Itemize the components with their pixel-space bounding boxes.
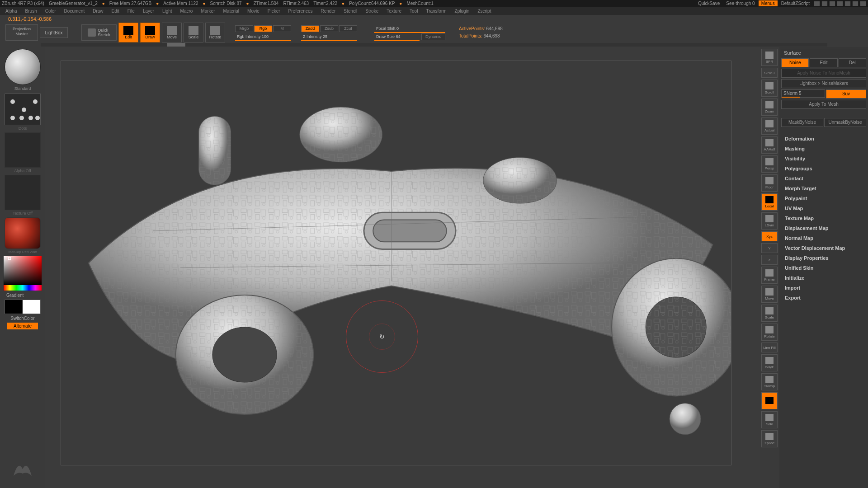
section-export[interactable]: Export — [781, 293, 866, 303]
xpose-button[interactable]: Xpose — [761, 430, 778, 447]
gradient-toggle[interactable]: Gradient — [0, 293, 24, 298]
menu-tool[interactable]: Tool — [410, 9, 418, 14]
alternate-button[interactable]: Alternate — [7, 323, 38, 329]
menu-layer[interactable]: Layer — [143, 9, 154, 14]
maximize-icon[interactable] — [852, 1, 859, 6]
section-masking[interactable]: Masking — [781, 144, 866, 154]
menus-toggle[interactable]: Menus — [759, 0, 778, 6]
color-swatches[interactable] — [5, 300, 41, 314]
focal-shift-slider[interactable]: Focal Shift 0 — [374, 25, 445, 32]
menu-edit[interactable]: Edit — [112, 9, 119, 14]
mask-by-noise-button[interactable]: MaskByNoise — [781, 118, 823, 127]
snorm-slider[interactable]: SNorm 5 — [781, 89, 825, 98]
section-normal-map[interactable]: Normal Map — [781, 233, 866, 243]
section-morph-target[interactable]: Morph Target — [781, 183, 866, 193]
menu-zscript[interactable]: Zscript — [477, 9, 491, 14]
menu-color[interactable]: Color — [45, 9, 56, 14]
rotate-mode-button[interactable]: Rotate — [205, 23, 225, 42]
section-uv-map[interactable]: UV Map — [781, 203, 866, 213]
dynamic-toggle[interactable]: Dynamic — [421, 33, 445, 40]
apply-noise-nanomesh-button[interactable]: Apply Noise To NanoMesh — [781, 69, 866, 78]
edit-mode-button[interactable]: Edit — [118, 23, 138, 42]
section-contact[interactable]: Contact — [781, 174, 866, 183]
brush-selector[interactable] — [5, 49, 41, 85]
texture-selector[interactable] — [5, 175, 41, 210]
lsym-button[interactable]: LSym — [761, 212, 778, 230]
z-intensity-slider[interactable]: Z Intensity 25 — [301, 33, 357, 40]
move-mode-button[interactable]: Move — [162, 23, 182, 42]
scale-nav-button[interactable]: Scale — [761, 305, 778, 322]
persp-button[interactable]: Persp — [761, 155, 778, 173]
xyz-button[interactable]: Xyz — [761, 231, 778, 241]
window-icon-2[interactable] — [829, 1, 835, 6]
apply-to-mesh-button[interactable]: Apply To Mesh — [781, 100, 866, 109]
default-zscript-button[interactable]: DefaultZScript — [778, 0, 812, 6]
section-unified-skin[interactable]: Unified Skin — [781, 263, 866, 273]
section-polygroups[interactable]: Polygroups — [781, 164, 866, 174]
projection-master-button[interactable]: Projection Master — [5, 24, 38, 41]
menu-transform[interactable]: Transform — [426, 9, 446, 14]
menu-marker[interactable]: Marker — [201, 9, 215, 14]
section-displacement-map[interactable]: Displacement Map — [781, 223, 866, 233]
section-visibility[interactable]: Visibility — [781, 154, 866, 164]
aahalf-button[interactable]: AAHalf — [761, 136, 778, 154]
menu-macro[interactable]: Macro — [180, 9, 193, 14]
menu-file[interactable]: File — [127, 9, 135, 14]
unmask-by-noise-button[interactable]: UnmaskByNoise — [824, 118, 866, 127]
polyf-button[interactable]: PolyF — [761, 354, 778, 371]
material-selector[interactable] — [5, 217, 41, 249]
menu-stencil[interactable]: Stencil — [344, 9, 357, 14]
menu-zplugin[interactable]: Zplugin — [455, 9, 470, 14]
section-texture-map[interactable]: Texture Map — [781, 213, 866, 223]
scale-mode-button[interactable]: Scale — [184, 23, 203, 42]
section-polypaint[interactable]: Polypaint — [781, 193, 866, 203]
suv-button[interactable]: Suv — [826, 89, 866, 99]
color-picker[interactable] — [3, 256, 42, 291]
frame-button[interactable]: Frame — [761, 267, 778, 284]
menu-picker[interactable]: Picker — [268, 9, 280, 14]
local-button[interactable]: Local — [761, 193, 778, 211]
menu-draw[interactable]: Draw — [93, 9, 103, 14]
menu-stroke[interactable]: Stroke — [365, 9, 378, 14]
lightbox-noisemakers-button[interactable]: Lightbox > NoiseMakers — [781, 79, 866, 88]
shelf-scrollbar[interactable] — [41, 43, 827, 47]
edit-noise-button[interactable]: Edit — [810, 58, 837, 67]
minimize-icon[interactable] — [844, 1, 851, 6]
switch-color-button[interactable]: SwitchColor — [10, 316, 34, 321]
menu-light[interactable]: Light — [162, 9, 172, 14]
lightbox-button[interactable]: LightBox — [40, 27, 68, 38]
section-deformation[interactable]: Deformation — [781, 134, 866, 144]
menu-render[interactable]: Render — [321, 9, 336, 14]
menu-preferences[interactable]: Preferences — [288, 9, 313, 14]
section-display-properties[interactable]: Display Properties — [781, 253, 866, 263]
spix-slider[interactable]: SPix 3 — [761, 68, 778, 78]
surface-header[interactable]: Surface — [781, 49, 866, 57]
draw-size-slider[interactable]: Draw Size 64 — [374, 33, 420, 40]
viewport[interactable] — [45, 47, 760, 488]
zcut-toggle[interactable]: Zcut — [339, 25, 357, 32]
draw-mode-button[interactable]: Draw — [140, 23, 160, 42]
menu-material[interactable]: Material — [223, 9, 240, 14]
menu-movie[interactable]: Movie — [247, 9, 259, 14]
rotate-nav-button[interactable]: Rotate — [761, 324, 778, 341]
rgb-intensity-slider[interactable]: Rgb Intensity 100 — [235, 33, 291, 40]
menu-brush[interactable]: Brush — [25, 9, 37, 14]
bpr-button[interactable]: BPR — [761, 49, 778, 66]
noise-button[interactable]: Noise — [781, 58, 809, 67]
menu-texture[interactable]: Texture — [387, 9, 401, 14]
quicksave-button[interactable]: QuickSave — [695, 0, 722, 6]
alpha-selector[interactable] — [5, 132, 41, 168]
stroke-selector[interactable] — [5, 94, 41, 125]
zadd-toggle[interactable]: Zadd — [301, 25, 319, 32]
menu-alpha[interactable]: Alpha — [5, 9, 17, 14]
window-icon-3[interactable] — [837, 1, 843, 6]
mrgb-toggle[interactable]: Mrgb — [235, 25, 253, 32]
move-nav-button[interactable]: Move — [761, 286, 778, 303]
quick-sketch-button[interactable]: Quick Sketch — [81, 24, 117, 41]
menu-document[interactable]: Document — [64, 9, 85, 14]
zsub-toggle[interactable]: Zsub — [320, 25, 338, 32]
close-icon[interactable] — [860, 1, 866, 6]
ghost-button[interactable] — [761, 392, 778, 409]
section-import[interactable]: Import — [781, 283, 866, 293]
section-initialize[interactable]: Initialize — [781, 273, 866, 283]
